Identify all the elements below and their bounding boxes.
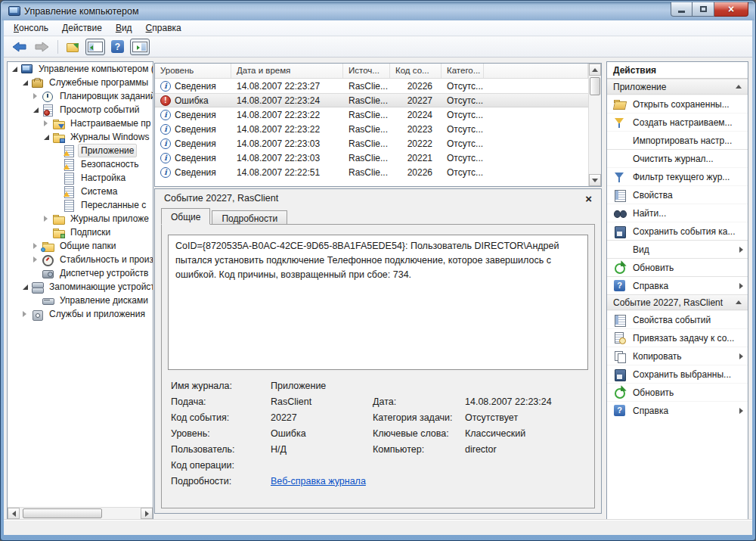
tree-item-storage[interactable]: Запоминающие устройст — [8, 280, 153, 294]
tree-item-windows-logs[interactable]: Журналы Windows — [8, 130, 153, 144]
tree-item-disk-management[interactable]: Управление дисками — [8, 294, 153, 307]
event-list-scrollbar-thumb[interactable] — [590, 77, 600, 95]
column-header-source[interactable]: Источ... — [343, 64, 390, 78]
collapsed-expander-icon[interactable] — [32, 242, 40, 250]
help-button[interactable]: ? — [109, 39, 126, 55]
collapse-section-icon[interactable] — [736, 300, 742, 304]
show-console-tree-button[interactable] — [85, 39, 105, 55]
back-button[interactable] — [10, 39, 29, 55]
menu-item-view[interactable]: Вид — [109, 21, 139, 35]
tree-scrollbar-thumb[interactable] — [23, 508, 102, 518]
tree-item-label: Планировщик заданий — [57, 89, 153, 103]
event-level-cell: Ошибка — [155, 95, 231, 106]
action-filter-current-log[interactable]: Фильтр текущего жур... — [607, 167, 748, 185]
tree-item-reliability-performance[interactable]: Стабильность и произ — [8, 253, 153, 266]
action-help[interactable]: Справка — [607, 276, 748, 294]
event-details-header: Событие 20227, RasClient × — [155, 189, 601, 207]
action-properties[interactable]: Свойства — [607, 185, 748, 204]
event-row-1[interactable]: Ошибка14.08.2007 22:23:24RasClie...20227… — [155, 93, 588, 107]
column-header-level[interactable]: Уровень — [155, 64, 231, 78]
action-create-custom-view[interactable]: Создать настраиваем... — [607, 113, 748, 131]
action-attach-task-to-event[interactable]: Привязать задачу к со... — [607, 328, 748, 347]
close-button[interactable]: × — [714, 2, 748, 17]
action-open-saved-log[interactable]: Открыть сохраненны... — [607, 95, 748, 113]
action-refresh[interactable]: Обновить — [607, 258, 748, 276]
tree-item-application-log[interactable]: Приложение — [8, 144, 153, 157]
expanded-expander-icon[interactable] — [32, 106, 40, 114]
tree-item-services-applications[interactable]: Службы и приложения — [8, 307, 153, 321]
action-view[interactable]: Вид — [607, 240, 748, 258]
tree-item-custom-views[interactable]: Настраиваемые пр — [8, 117, 153, 130]
forward-button[interactable] — [33, 39, 51, 55]
event-row-4[interactable]: Сведения14.08.2007 22:23:03RasClie...202… — [155, 136, 588, 151]
tree-item-forwarded-events-log[interactable]: Пересланные с — [8, 198, 153, 212]
event-row-0[interactable]: Сведения14.08.2007 22:23:27RasClie...202… — [155, 79, 588, 93]
tree-item-computer-management-root[interactable]: Управление компьютером (л — [8, 62, 153, 76]
show-action-pane-button[interactable] — [130, 39, 150, 55]
export-list-button[interactable] — [64, 39, 82, 55]
scroll-left-button[interactable] — [8, 508, 20, 519]
actions-list: ПриложениеОткрыть сохраненны...Создать н… — [607, 79, 748, 419]
clock-icon — [42, 91, 54, 102]
event-message-box[interactable]: CoID={8720535A-B0AC-42CE-9D65-8BA1FA5EDE… — [168, 235, 588, 370]
event-row-6[interactable]: Сведения14.08.2007 22:22:51RasClie...202… — [155, 165, 588, 179]
scroll-up-button[interactable] — [589, 64, 601, 76]
actions-section-header-application-section[interactable]: Приложение — [607, 79, 748, 95]
tree-item-device-manager[interactable]: Диспетчер устройств — [8, 266, 153, 280]
back-icon — [12, 42, 26, 52]
tree-item-subscriptions[interactable]: Подписки — [8, 225, 153, 239]
collapsed-expander-icon[interactable] — [32, 256, 40, 264]
expanded-expander-icon[interactable] — [21, 79, 29, 87]
menu-item-action[interactable]: Действие — [55, 21, 109, 35]
collapsed-expander-icon[interactable] — [32, 92, 40, 101]
tree-item-security-log[interactable]: Безопасность — [8, 157, 153, 171]
collapsed-expander-icon[interactable] — [21, 310, 29, 319]
action-import-custom-view[interactable]: Импортировать настр... — [607, 131, 748, 149]
tree-item-event-viewer[interactable]: Просмотр событий — [8, 103, 153, 117]
scroll-right-button[interactable] — [141, 508, 153, 519]
overlay-badge — [60, 138, 65, 143]
column-header-event-id[interactable]: Код со... — [390, 64, 442, 78]
event-source-cell: RasClie... — [343, 153, 390, 163]
action-refresh[interactable]: Обновить — [607, 383, 748, 401]
collapsed-expander-icon[interactable] — [42, 120, 51, 128]
action-help[interactable]: Справка — [607, 401, 748, 419]
action-copy[interactable]: Копировать — [607, 347, 748, 365]
actions-section-header-event-20227-section[interactable]: Событие 20227, RasClient — [607, 294, 748, 310]
tab-details[interactable]: Подробности — [212, 210, 287, 225]
action-save-events-as[interactable]: Сохранить события ка... — [607, 222, 748, 240]
action-clear-log[interactable]: Очистить журнал... — [607, 149, 748, 167]
event-row-5[interactable]: Сведения14.08.2007 22:23:03RasClie...202… — [155, 151, 588, 165]
tree-horizontal-scrollbar[interactable] — [8, 507, 153, 519]
action-event-properties[interactable]: Свойства событий — [607, 310, 748, 328]
menu-item-console[interactable]: Консоль — [7, 21, 55, 35]
event-list-scrollbar[interactable] — [588, 64, 601, 186]
scroll-down-button[interactable] — [589, 174, 601, 186]
expanded-expander-icon[interactable] — [21, 283, 29, 291]
tree-item-task-scheduler[interactable]: Планировщик заданий — [8, 89, 153, 103]
titlebar[interactable]: Управление компьютером × — [2, 2, 754, 20]
minimize-button[interactable] — [671, 2, 692, 17]
maximize-button[interactable] — [692, 2, 714, 17]
action-find[interactable]: Найти... — [607, 204, 748, 222]
expanded-expander-icon[interactable] — [42, 133, 51, 141]
collapsed-expander-icon[interactable] — [42, 215, 51, 223]
menu-item-help[interactable]: Справка — [139, 21, 188, 35]
tree-item-applications-services-logs[interactable]: Журналы приложе — [8, 212, 153, 225]
column-header-category[interactable]: Катего... — [442, 64, 484, 78]
field-row: Подробности:Веб-справка журнала — [162, 473, 594, 489]
details-close-button[interactable]: × — [585, 193, 592, 204]
tree-item-shared-folders[interactable]: Общие папки — [8, 239, 153, 253]
action-label: Обновить — [633, 263, 674, 273]
collapse-section-icon[interactable] — [736, 85, 742, 89]
column-header-datetime[interactable]: Дата и время — [231, 64, 343, 78]
action-save-selected-events[interactable]: Сохранить выбранны... — [607, 365, 748, 383]
expanded-expander-icon[interactable] — [11, 65, 19, 73]
tree-item-system-log[interactable]: Система — [8, 185, 153, 198]
tree-item-system-tools[interactable]: Служебные программы — [8, 76, 153, 89]
log-web-help-link[interactable]: Веб-справка журнала — [271, 476, 373, 487]
tab-general[interactable]: Общие — [161, 208, 210, 225]
event-row-3[interactable]: Сведения14.08.2007 22:23:22RasClie...202… — [155, 122, 588, 136]
tree-item-setup-log[interactable]: Настройка — [8, 171, 153, 185]
event-row-2[interactable]: Сведения14.08.2007 22:23:22RasClie...202… — [155, 107, 588, 122]
